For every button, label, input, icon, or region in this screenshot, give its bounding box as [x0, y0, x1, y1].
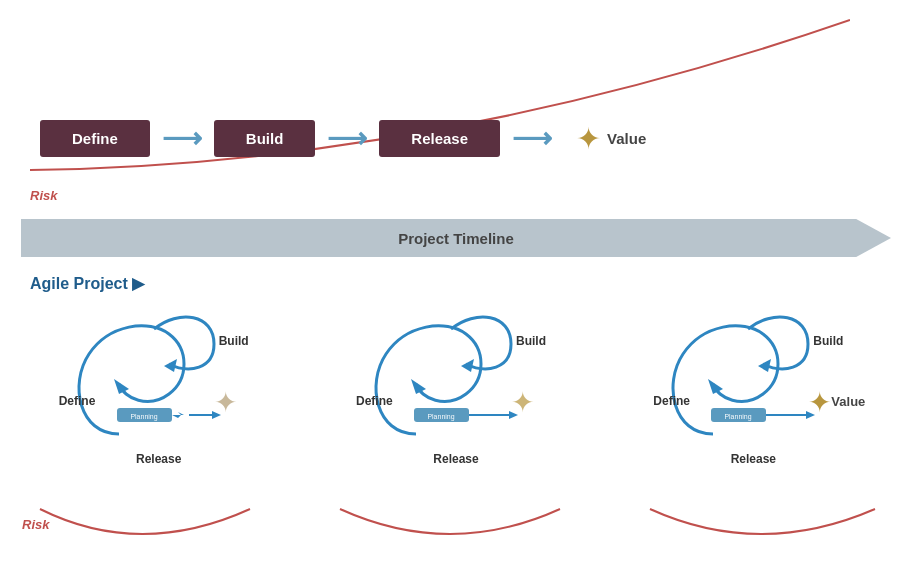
value-star-group: ✦ Value	[576, 121, 646, 156]
wf-box-release: Release	[379, 120, 500, 157]
sprint-1-build: Build	[219, 334, 249, 348]
sprint-2-build: Build	[516, 334, 546, 348]
sprint-2-define: Define	[356, 394, 393, 408]
sprint-3-release: Release	[731, 452, 776, 466]
timeline-arrow: Project Timeline	[21, 219, 891, 257]
arrow-define-build: ⟶	[162, 122, 202, 155]
sprints-container: Planning Define Build ✦ Release	[10, 304, 902, 464]
sprint-1-define: Define	[59, 394, 96, 408]
value-label: Value	[607, 130, 646, 147]
waterfall-boxes: Define ⟶ Build ⟶ Release ⟶ ✦ Value	[40, 120, 646, 157]
sprint-2-labels: Define Build ✦ Release	[356, 304, 556, 464]
wf-box-define: Define	[40, 120, 150, 157]
sprint-3-labels: Define Build ✦ Value Release	[653, 304, 853, 464]
risk-label-bottom: Risk	[22, 517, 49, 532]
sprint-1-release: Release	[136, 452, 181, 466]
sprint-3-define: Define	[653, 394, 690, 408]
risk-label-top: Risk	[30, 188, 57, 203]
timeline-label: Project Timeline	[398, 230, 514, 247]
waterfall-section: Define ⟶ Build ⟶ Release ⟶ ✦ Value Risk	[0, 0, 912, 220]
sprint-3-star-icon: ✦	[808, 386, 831, 419]
risk-curve-bottom	[20, 504, 880, 574]
arrow-release-value: ⟶	[512, 122, 552, 155]
wf-box-build: Build	[214, 120, 316, 157]
sprint-2: Planning Define Build ✦ Release	[331, 304, 581, 464]
sprint-1-labels: Define Build ✦ Release	[59, 304, 259, 464]
agile-title: Agile Project ▶	[30, 274, 144, 293]
sprint-2-release: Release	[433, 452, 478, 466]
sprint-3: Planning Define Build ✦ Value Release	[628, 304, 878, 464]
sprint-1-star-icon: ✦	[214, 386, 237, 419]
value-star-icon: ✦	[576, 121, 601, 156]
arrow-build-release: ⟶	[327, 122, 367, 155]
sprint-3-build: Build	[813, 334, 843, 348]
agile-value-label: Value	[831, 394, 865, 409]
agile-section: Agile Project ▶ Planning	[0, 270, 912, 574]
timeline-section: Project Timeline	[0, 212, 912, 264]
sprint-2-star-icon: ✦	[511, 386, 534, 419]
sprint-1: Planning Define Build ✦ Release	[34, 304, 284, 464]
